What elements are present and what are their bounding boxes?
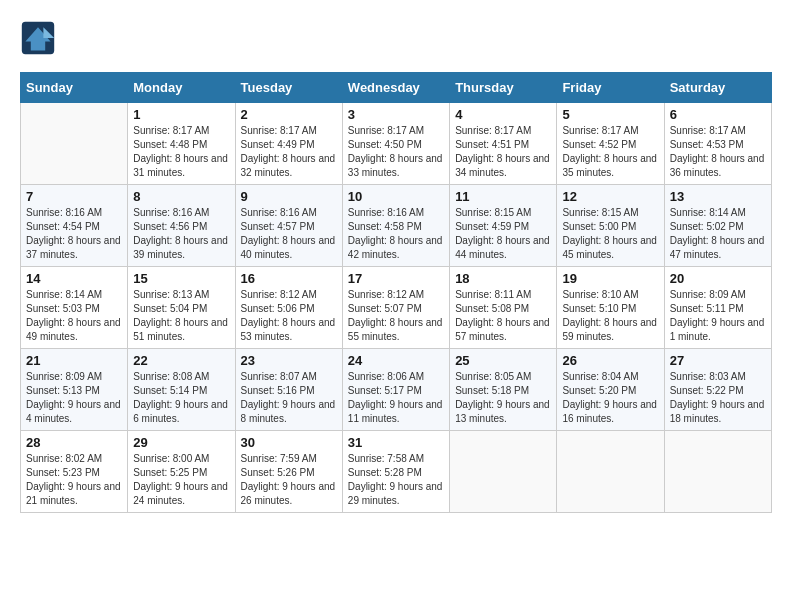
calendar-cell: 24Sunrise: 8:06 AMSunset: 5:17 PMDayligh… <box>342 349 449 431</box>
day-detail: Sunrise: 8:07 AMSunset: 5:16 PMDaylight:… <box>241 370 337 426</box>
day-detail: Sunrise: 8:17 AMSunset: 4:53 PMDaylight:… <box>670 124 766 180</box>
calendar-cell: 29Sunrise: 8:00 AMSunset: 5:25 PMDayligh… <box>128 431 235 513</box>
day-number: 26 <box>562 353 658 368</box>
day-detail: Sunrise: 8:00 AMSunset: 5:25 PMDaylight:… <box>133 452 229 508</box>
weekday-header-thursday: Thursday <box>450 73 557 103</box>
page-header <box>20 20 772 56</box>
calendar-cell: 13Sunrise: 8:14 AMSunset: 5:02 PMDayligh… <box>664 185 771 267</box>
day-detail: Sunrise: 8:13 AMSunset: 5:04 PMDaylight:… <box>133 288 229 344</box>
calendar-cell: 5Sunrise: 8:17 AMSunset: 4:52 PMDaylight… <box>557 103 664 185</box>
calendar-cell: 12Sunrise: 8:15 AMSunset: 5:00 PMDayligh… <box>557 185 664 267</box>
calendar-body: 1Sunrise: 8:17 AMSunset: 4:48 PMDaylight… <box>21 103 772 513</box>
day-detail: Sunrise: 8:14 AMSunset: 5:02 PMDaylight:… <box>670 206 766 262</box>
day-detail: Sunrise: 8:17 AMSunset: 4:51 PMDaylight:… <box>455 124 551 180</box>
calendar-cell: 25Sunrise: 8:05 AMSunset: 5:18 PMDayligh… <box>450 349 557 431</box>
day-number: 28 <box>26 435 122 450</box>
day-detail: Sunrise: 8:15 AMSunset: 5:00 PMDaylight:… <box>562 206 658 262</box>
calendar-cell: 11Sunrise: 8:15 AMSunset: 4:59 PMDayligh… <box>450 185 557 267</box>
day-number: 23 <box>241 353 337 368</box>
day-number: 19 <box>562 271 658 286</box>
day-detail: Sunrise: 8:10 AMSunset: 5:10 PMDaylight:… <box>562 288 658 344</box>
calendar-cell: 4Sunrise: 8:17 AMSunset: 4:51 PMDaylight… <box>450 103 557 185</box>
calendar-week-3: 14Sunrise: 8:14 AMSunset: 5:03 PMDayligh… <box>21 267 772 349</box>
calendar-cell <box>21 103 128 185</box>
day-detail: Sunrise: 8:12 AMSunset: 5:06 PMDaylight:… <box>241 288 337 344</box>
day-number: 13 <box>670 189 766 204</box>
day-number: 21 <box>26 353 122 368</box>
day-number: 11 <box>455 189 551 204</box>
calendar-cell: 30Sunrise: 7:59 AMSunset: 5:26 PMDayligh… <box>235 431 342 513</box>
day-number: 7 <box>26 189 122 204</box>
day-number: 3 <box>348 107 444 122</box>
day-detail: Sunrise: 8:03 AMSunset: 5:22 PMDaylight:… <box>670 370 766 426</box>
day-number: 16 <box>241 271 337 286</box>
day-detail: Sunrise: 8:16 AMSunset: 4:54 PMDaylight:… <box>26 206 122 262</box>
day-detail: Sunrise: 8:11 AMSunset: 5:08 PMDaylight:… <box>455 288 551 344</box>
day-detail: Sunrise: 8:16 AMSunset: 4:58 PMDaylight:… <box>348 206 444 262</box>
day-number: 29 <box>133 435 229 450</box>
weekday-header-wednesday: Wednesday <box>342 73 449 103</box>
day-number: 20 <box>670 271 766 286</box>
day-detail: Sunrise: 8:02 AMSunset: 5:23 PMDaylight:… <box>26 452 122 508</box>
calendar-cell: 1Sunrise: 8:17 AMSunset: 4:48 PMDaylight… <box>128 103 235 185</box>
day-detail: Sunrise: 8:17 AMSunset: 4:48 PMDaylight:… <box>133 124 229 180</box>
calendar-cell: 7Sunrise: 8:16 AMSunset: 4:54 PMDaylight… <box>21 185 128 267</box>
logo-icon <box>20 20 56 56</box>
day-detail: Sunrise: 8:15 AMSunset: 4:59 PMDaylight:… <box>455 206 551 262</box>
calendar-week-2: 7Sunrise: 8:16 AMSunset: 4:54 PMDaylight… <box>21 185 772 267</box>
calendar-cell: 9Sunrise: 8:16 AMSunset: 4:57 PMDaylight… <box>235 185 342 267</box>
day-number: 4 <box>455 107 551 122</box>
calendar-cell: 16Sunrise: 8:12 AMSunset: 5:06 PMDayligh… <box>235 267 342 349</box>
calendar-cell: 10Sunrise: 8:16 AMSunset: 4:58 PMDayligh… <box>342 185 449 267</box>
day-number: 9 <box>241 189 337 204</box>
calendar-week-1: 1Sunrise: 8:17 AMSunset: 4:48 PMDaylight… <box>21 103 772 185</box>
day-number: 25 <box>455 353 551 368</box>
weekday-header-sunday: Sunday <box>21 73 128 103</box>
day-number: 6 <box>670 107 766 122</box>
day-detail: Sunrise: 8:04 AMSunset: 5:20 PMDaylight:… <box>562 370 658 426</box>
calendar-cell: 8Sunrise: 8:16 AMSunset: 4:56 PMDaylight… <box>128 185 235 267</box>
day-detail: Sunrise: 8:09 AMSunset: 5:11 PMDaylight:… <box>670 288 766 344</box>
day-number: 10 <box>348 189 444 204</box>
day-detail: Sunrise: 8:09 AMSunset: 5:13 PMDaylight:… <box>26 370 122 426</box>
calendar-header: SundayMondayTuesdayWednesdayThursdayFrid… <box>21 73 772 103</box>
weekday-header-tuesday: Tuesday <box>235 73 342 103</box>
day-number: 8 <box>133 189 229 204</box>
calendar-cell: 22Sunrise: 8:08 AMSunset: 5:14 PMDayligh… <box>128 349 235 431</box>
calendar-table: SundayMondayTuesdayWednesdayThursdayFrid… <box>20 72 772 513</box>
calendar-cell: 21Sunrise: 8:09 AMSunset: 5:13 PMDayligh… <box>21 349 128 431</box>
calendar-cell: 23Sunrise: 8:07 AMSunset: 5:16 PMDayligh… <box>235 349 342 431</box>
calendar-week-5: 28Sunrise: 8:02 AMSunset: 5:23 PMDayligh… <box>21 431 772 513</box>
calendar-cell: 14Sunrise: 8:14 AMSunset: 5:03 PMDayligh… <box>21 267 128 349</box>
calendar-cell: 28Sunrise: 8:02 AMSunset: 5:23 PMDayligh… <box>21 431 128 513</box>
day-number: 2 <box>241 107 337 122</box>
day-detail: Sunrise: 8:06 AMSunset: 5:17 PMDaylight:… <box>348 370 444 426</box>
day-number: 24 <box>348 353 444 368</box>
weekday-header-monday: Monday <box>128 73 235 103</box>
day-detail: Sunrise: 8:17 AMSunset: 4:50 PMDaylight:… <box>348 124 444 180</box>
day-number: 22 <box>133 353 229 368</box>
weekday-header-friday: Friday <box>557 73 664 103</box>
calendar-cell <box>557 431 664 513</box>
calendar-cell: 18Sunrise: 8:11 AMSunset: 5:08 PMDayligh… <box>450 267 557 349</box>
day-number: 12 <box>562 189 658 204</box>
day-number: 17 <box>348 271 444 286</box>
calendar-cell: 19Sunrise: 8:10 AMSunset: 5:10 PMDayligh… <box>557 267 664 349</box>
day-detail: Sunrise: 8:17 AMSunset: 4:49 PMDaylight:… <box>241 124 337 180</box>
day-number: 15 <box>133 271 229 286</box>
day-number: 18 <box>455 271 551 286</box>
day-detail: Sunrise: 8:05 AMSunset: 5:18 PMDaylight:… <box>455 370 551 426</box>
calendar-cell: 15Sunrise: 8:13 AMSunset: 5:04 PMDayligh… <box>128 267 235 349</box>
day-number: 30 <box>241 435 337 450</box>
logo <box>20 20 60 56</box>
calendar-cell: 26Sunrise: 8:04 AMSunset: 5:20 PMDayligh… <box>557 349 664 431</box>
day-number: 5 <box>562 107 658 122</box>
calendar-cell: 31Sunrise: 7:58 AMSunset: 5:28 PMDayligh… <box>342 431 449 513</box>
day-detail: Sunrise: 7:59 AMSunset: 5:26 PMDaylight:… <box>241 452 337 508</box>
day-detail: Sunrise: 8:12 AMSunset: 5:07 PMDaylight:… <box>348 288 444 344</box>
calendar-cell: 2Sunrise: 8:17 AMSunset: 4:49 PMDaylight… <box>235 103 342 185</box>
day-number: 31 <box>348 435 444 450</box>
day-detail: Sunrise: 8:16 AMSunset: 4:57 PMDaylight:… <box>241 206 337 262</box>
day-number: 27 <box>670 353 766 368</box>
day-detail: Sunrise: 8:08 AMSunset: 5:14 PMDaylight:… <box>133 370 229 426</box>
